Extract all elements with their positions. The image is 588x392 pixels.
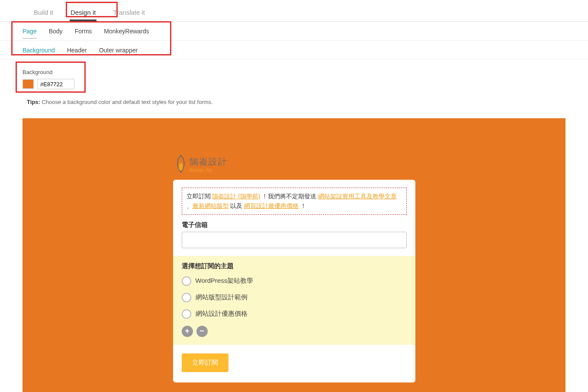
sub-tabs-level2: Background Header Outer wrapper <box>0 41 588 59</box>
submit-button[interactable]: 立即訂閱 <box>182 353 228 372</box>
intro-box: 立即訂閱 鵠崙設計 (鵠學苑) ！我們將不定期發送 網站架設實用工具及教學文章 … <box>182 188 407 215</box>
radio-group-title: 選擇想訂閱的主題 <box>182 262 407 270</box>
intro-t3: 、 <box>186 202 193 209</box>
tab-build[interactable]: Build it <box>25 5 62 21</box>
feather-icon <box>175 155 187 174</box>
background-label: Background <box>22 69 588 75</box>
subtab-header[interactable]: Header <box>67 47 87 54</box>
intro-link-1[interactable]: 鵠崙設計 (鵠學苑) <box>212 193 260 200</box>
remove-option-button[interactable]: − <box>196 326 208 337</box>
intro-link-4[interactable]: 網頁設計最優惠價格 <box>244 202 299 209</box>
radio-option-1[interactable]: WordPress架站教學 <box>182 276 407 286</box>
radio-icon[interactable] <box>182 293 191 302</box>
tips-body: Choose a background color and default te… <box>40 99 213 105</box>
background-control: Background <box>0 59 588 89</box>
radio-icon[interactable] <box>182 309 191 319</box>
intro-t1: 立即訂閱 <box>186 193 212 200</box>
tab-translate[interactable]: Translate it <box>104 5 154 21</box>
subtab-page[interactable]: Page <box>22 28 37 39</box>
intro-t2: ！我們將不定期發送 <box>260 193 318 200</box>
email-input[interactable] <box>182 232 407 248</box>
subtab-body[interactable]: Body <box>49 28 63 39</box>
radio-option-2[interactable]: 網站版型設計範例 <box>182 293 407 302</box>
logo-text-en: design.hu <box>190 168 228 172</box>
main-tabs: Build it Design it Translate it <box>0 0 588 22</box>
intro-t5: ！ <box>299 202 306 209</box>
radio-label: WordPress架站教學 <box>196 277 254 285</box>
radio-option-3[interactable]: 網站設計優惠價格 <box>182 309 407 319</box>
subtab-monkeyrewards[interactable]: MonkeyRewards <box>104 28 149 39</box>
tab-design[interactable]: Design it <box>62 5 104 21</box>
radio-icon[interactable] <box>182 276 191 286</box>
radio-section: 選擇想訂閱的主題 WordPress架站教學 網站版型設計範例 網站設計優惠價格 <box>173 256 415 345</box>
brand-logo: 鵠崙設計 design.hu <box>173 155 415 174</box>
svg-point-0 <box>179 163 183 171</box>
tips-text: Tips: Choose a background color and defa… <box>0 89 588 105</box>
intro-link-2[interactable]: 網站架設實用工具及教學文章 <box>318 193 397 200</box>
intro-t4: 以及 <box>229 202 244 209</box>
email-label: 電子信箱 <box>182 221 407 229</box>
hex-input[interactable] <box>37 79 74 89</box>
logo-text-cn: 鵠崙設計 <box>190 156 228 168</box>
subtab-forms[interactable]: Forms <box>75 28 92 39</box>
preview-canvas: 鵠崙設計 design.hu 立即訂閱 鵠崙設計 (鵠學苑) ！我們將不定期發送… <box>22 118 566 392</box>
add-option-button[interactable]: + <box>182 326 193 337</box>
form-card: 立即訂閱 鵠崙設計 (鵠學苑) ！我們將不定期發送 網站架設實用工具及教學文章 … <box>173 180 415 382</box>
intro-link-3[interactable]: 最新網站版型 <box>193 202 229 209</box>
tips-label: Tips: <box>27 99 40 105</box>
color-swatch[interactable] <box>22 79 34 89</box>
subtab-background[interactable]: Background <box>22 47 55 54</box>
radio-label: 網站版型設計範例 <box>196 293 247 301</box>
sub-tabs-level1: Page Body Forms MonkeyRewards <box>0 22 588 41</box>
radio-label: 網站設計優惠價格 <box>196 310 247 318</box>
subtab-outer-wrapper[interactable]: Outer wrapper <box>99 47 138 54</box>
